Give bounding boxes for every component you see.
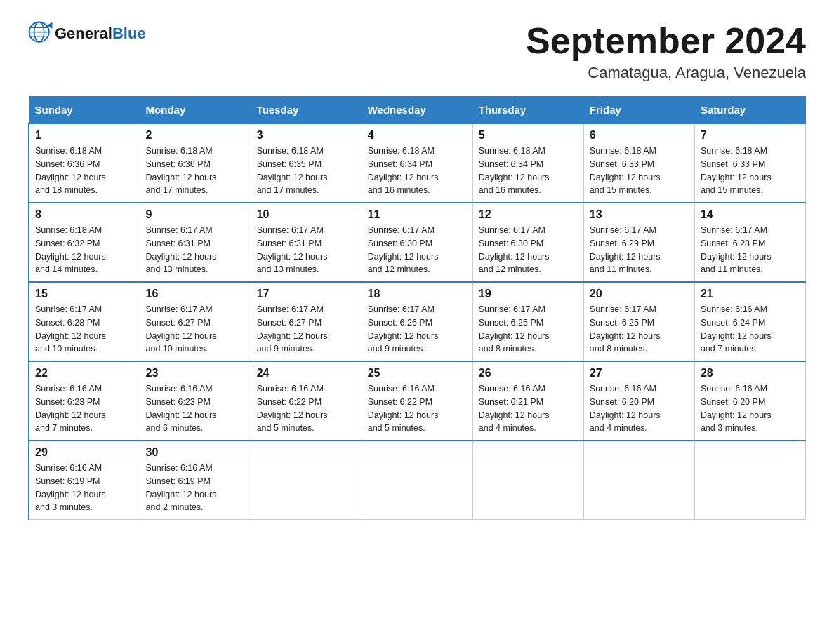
col-monday: Monday xyxy=(140,97,251,124)
week-row-5: 29 Sunrise: 6:16 AM Sunset: 6:19 PM Dayl… xyxy=(29,441,806,520)
day-info: Sunrise: 6:18 AM Sunset: 6:34 PM Dayligh… xyxy=(368,145,467,197)
day-cell: 26 Sunrise: 6:16 AM Sunset: 6:21 PM Dayl… xyxy=(472,361,583,441)
day-number: 21 xyxy=(701,288,800,300)
day-info: Sunrise: 6:16 AM Sunset: 6:23 PM Dayligh… xyxy=(35,382,134,435)
day-cell: 30 Sunrise: 6:16 AM Sunset: 6:19 PM Dayl… xyxy=(140,441,251,520)
logo: GeneralBlue xyxy=(28,21,146,46)
day-info: Sunrise: 6:16 AM Sunset: 6:22 PM Dayligh… xyxy=(368,382,467,435)
day-info: Sunrise: 6:16 AM Sunset: 6:22 PM Dayligh… xyxy=(257,382,356,435)
day-number: 22 xyxy=(35,367,134,380)
day-number: 11 xyxy=(368,208,467,221)
day-info: Sunrise: 6:16 AM Sunset: 6:21 PM Dayligh… xyxy=(479,382,578,435)
day-info: Sunrise: 6:18 AM Sunset: 6:36 PM Dayligh… xyxy=(146,145,245,197)
day-cell: 8 Sunrise: 6:18 AM Sunset: 6:32 PM Dayli… xyxy=(29,203,140,282)
col-sunday: Sunday xyxy=(29,97,140,124)
day-cell: 14 Sunrise: 6:17 AM Sunset: 6:28 PM Dayl… xyxy=(694,203,805,282)
day-cell: 22 Sunrise: 6:16 AM Sunset: 6:23 PM Dayl… xyxy=(29,361,140,441)
day-number: 25 xyxy=(368,367,467,380)
day-cell: 2 Sunrise: 6:18 AM Sunset: 6:36 PM Dayli… xyxy=(140,123,251,203)
day-number: 10 xyxy=(257,208,356,221)
calendar-table: Sunday Monday Tuesday Wednesday Thursday… xyxy=(28,96,806,520)
day-cell: 18 Sunrise: 6:17 AM Sunset: 6:26 PM Dayl… xyxy=(362,282,472,361)
location-subtitle: Camatagua, Aragua, Venezuela xyxy=(526,64,806,82)
week-row-3: 15 Sunrise: 6:17 AM Sunset: 6:28 PM Dayl… xyxy=(29,282,806,361)
day-number: 13 xyxy=(590,208,689,221)
day-info: Sunrise: 6:18 AM Sunset: 6:36 PM Dayligh… xyxy=(35,145,134,197)
day-number: 20 xyxy=(590,288,689,300)
day-info: Sunrise: 6:17 AM Sunset: 6:28 PM Dayligh… xyxy=(35,303,134,356)
logo-general-text: General xyxy=(55,25,112,42)
day-cell: 7 Sunrise: 6:18 AM Sunset: 6:33 PM Dayli… xyxy=(694,123,805,203)
day-info: Sunrise: 6:17 AM Sunset: 6:30 PM Dayligh… xyxy=(368,224,467,276)
day-info: Sunrise: 6:18 AM Sunset: 6:35 PM Dayligh… xyxy=(257,145,356,197)
day-number: 18 xyxy=(368,288,467,300)
day-number: 26 xyxy=(479,367,578,380)
day-cell: 24 Sunrise: 6:16 AM Sunset: 6:22 PM Dayl… xyxy=(251,361,362,441)
day-cell: 16 Sunrise: 6:17 AM Sunset: 6:27 PM Dayl… xyxy=(140,282,251,361)
day-number: 27 xyxy=(590,367,689,380)
day-cell: 5 Sunrise: 6:18 AM Sunset: 6:34 PM Dayli… xyxy=(472,123,583,203)
day-number: 14 xyxy=(701,208,800,221)
day-cell: 11 Sunrise: 6:17 AM Sunset: 6:30 PM Dayl… xyxy=(362,203,472,282)
day-cell: 1 Sunrise: 6:18 AM Sunset: 6:36 PM Dayli… xyxy=(29,123,140,203)
week-row-1: 1 Sunrise: 6:18 AM Sunset: 6:36 PM Dayli… xyxy=(29,123,806,203)
day-info: Sunrise: 6:17 AM Sunset: 6:31 PM Dayligh… xyxy=(257,224,356,276)
day-cell: 20 Sunrise: 6:17 AM Sunset: 6:25 PM Dayl… xyxy=(583,282,694,361)
page-header: GeneralBlue September 2024 Camatagua, Ar… xyxy=(28,21,806,82)
col-friday: Friday xyxy=(583,97,694,124)
day-number: 7 xyxy=(701,129,800,142)
day-info: Sunrise: 6:16 AM Sunset: 6:24 PM Dayligh… xyxy=(701,303,800,356)
day-number: 2 xyxy=(146,129,245,142)
day-info: Sunrise: 6:17 AM Sunset: 6:26 PM Dayligh… xyxy=(368,303,467,356)
col-tuesday: Tuesday xyxy=(251,97,362,124)
day-cell: 21 Sunrise: 6:16 AM Sunset: 6:24 PM Dayl… xyxy=(694,282,805,361)
day-number: 29 xyxy=(35,446,134,459)
day-number: 6 xyxy=(590,129,689,142)
day-number: 16 xyxy=(146,288,245,300)
day-cell xyxy=(694,441,805,520)
day-info: Sunrise: 6:18 AM Sunset: 6:34 PM Dayligh… xyxy=(479,145,578,197)
day-cell: 9 Sunrise: 6:17 AM Sunset: 6:31 PM Dayli… xyxy=(140,203,251,282)
logo-icon xyxy=(28,21,53,46)
day-info: Sunrise: 6:16 AM Sunset: 6:20 PM Dayligh… xyxy=(701,382,800,435)
day-info: Sunrise: 6:17 AM Sunset: 6:28 PM Dayligh… xyxy=(701,224,800,276)
day-cell: 13 Sunrise: 6:17 AM Sunset: 6:29 PM Dayl… xyxy=(583,203,694,282)
day-cell: 6 Sunrise: 6:18 AM Sunset: 6:33 PM Dayli… xyxy=(583,123,694,203)
week-row-4: 22 Sunrise: 6:16 AM Sunset: 6:23 PM Dayl… xyxy=(29,361,806,441)
day-info: Sunrise: 6:17 AM Sunset: 6:27 PM Dayligh… xyxy=(146,303,245,356)
day-cell: 4 Sunrise: 6:18 AM Sunset: 6:34 PM Dayli… xyxy=(362,123,472,203)
day-info: Sunrise: 6:18 AM Sunset: 6:33 PM Dayligh… xyxy=(590,145,689,197)
day-cell xyxy=(362,441,472,520)
day-number: 9 xyxy=(146,208,245,221)
day-cell xyxy=(251,441,362,520)
day-cell: 25 Sunrise: 6:16 AM Sunset: 6:22 PM Dayl… xyxy=(362,361,472,441)
day-cell: 17 Sunrise: 6:17 AM Sunset: 6:27 PM Dayl… xyxy=(251,282,362,361)
day-number: 23 xyxy=(146,367,245,380)
col-thursday: Thursday xyxy=(472,97,583,124)
day-number: 3 xyxy=(257,129,356,142)
day-info: Sunrise: 6:18 AM Sunset: 6:32 PM Dayligh… xyxy=(35,224,134,276)
day-info: Sunrise: 6:17 AM Sunset: 6:25 PM Dayligh… xyxy=(479,303,578,356)
day-info: Sunrise: 6:17 AM Sunset: 6:29 PM Dayligh… xyxy=(590,224,689,276)
day-info: Sunrise: 6:16 AM Sunset: 6:23 PM Dayligh… xyxy=(146,382,245,435)
day-cell: 27 Sunrise: 6:16 AM Sunset: 6:20 PM Dayl… xyxy=(583,361,694,441)
day-number: 30 xyxy=(146,446,245,459)
day-number: 8 xyxy=(35,208,134,221)
title-section: September 2024 Camatagua, Aragua, Venezu… xyxy=(526,21,806,82)
day-info: Sunrise: 6:17 AM Sunset: 6:31 PM Dayligh… xyxy=(146,224,245,276)
day-cell: 15 Sunrise: 6:17 AM Sunset: 6:28 PM Dayl… xyxy=(29,282,140,361)
day-number: 24 xyxy=(257,367,356,380)
day-cell: 28 Sunrise: 6:16 AM Sunset: 6:20 PM Dayl… xyxy=(694,361,805,441)
day-info: Sunrise: 6:17 AM Sunset: 6:25 PM Dayligh… xyxy=(590,303,689,356)
day-info: Sunrise: 6:17 AM Sunset: 6:30 PM Dayligh… xyxy=(479,224,578,276)
day-cell: 12 Sunrise: 6:17 AM Sunset: 6:30 PM Dayl… xyxy=(472,203,583,282)
day-number: 12 xyxy=(479,208,578,221)
day-info: Sunrise: 6:18 AM Sunset: 6:33 PM Dayligh… xyxy=(701,145,800,197)
week-row-2: 8 Sunrise: 6:18 AM Sunset: 6:32 PM Dayli… xyxy=(29,203,806,282)
day-info: Sunrise: 6:16 AM Sunset: 6:20 PM Dayligh… xyxy=(590,382,689,435)
day-cell xyxy=(472,441,583,520)
day-cell: 29 Sunrise: 6:16 AM Sunset: 6:19 PM Dayl… xyxy=(29,441,140,520)
day-cell: 3 Sunrise: 6:18 AM Sunset: 6:35 PM Dayli… xyxy=(251,123,362,203)
col-saturday: Saturday xyxy=(694,97,805,124)
day-number: 19 xyxy=(479,288,578,300)
